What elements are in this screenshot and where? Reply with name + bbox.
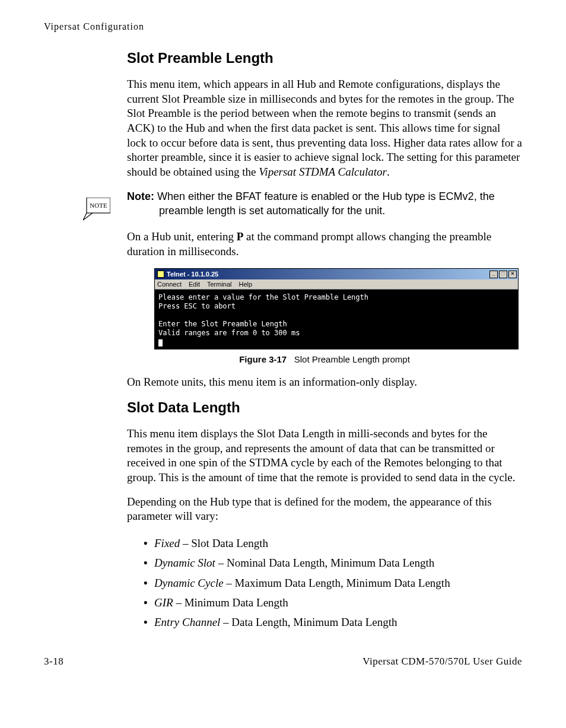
text: .	[387, 166, 390, 178]
list-item-em: Fixed	[154, 537, 180, 549]
figure-caption: Figure 3-17 Slot Preamble Length prompt	[127, 354, 522, 364]
note-body-line1: When either the BFAT feature is enabled …	[157, 190, 495, 202]
list-item: Dynamic Cycle – Maximum Data Length, Min…	[144, 573, 522, 593]
paragraph-preamble-desc: This menu item, which appears in all Hub…	[127, 77, 522, 180]
maximize-button[interactable]: □	[499, 271, 507, 278]
list-item-rest: – Nominal Data Length, Minimum Data Leng…	[215, 557, 434, 569]
figure-text: Slot Preamble Length prompt	[294, 354, 410, 364]
terminal-cursor	[158, 339, 163, 346]
figure-number: Figure 3-17	[239, 354, 287, 364]
note-body-line2: preamble length is set automatically for…	[159, 204, 522, 218]
list-item-em: Entry Channel	[154, 616, 220, 628]
list-item: Fixed – Slot Data Length	[144, 533, 522, 553]
footer-guide-title: Vipersat CDM-570/570L User Guide	[363, 656, 522, 667]
list-item-em: GIR	[154, 596, 173, 609]
note-icon-label: NOTE	[90, 202, 107, 209]
list-item: Dynamic Slot – Nominal Data Length, Mini…	[144, 553, 522, 573]
hub-type-list: Fixed – Slot Data Length Dynamic Slot – …	[144, 533, 522, 632]
window-title: Telnet - 10.1.0.25	[167, 271, 218, 278]
close-button[interactable]: ×	[508, 271, 517, 278]
term-line: Please enter a value for the Slot Preamb…	[158, 293, 368, 301]
list-item: Entry Channel – Data Length, Minimum Dat…	[144, 612, 522, 632]
terminal-body: Please enter a value for the Slot Preamb…	[155, 290, 518, 349]
heading-slot-data-length: Slot Data Length	[127, 399, 522, 416]
note-label: Note:	[127, 190, 154, 202]
paragraph-hub-p: On a Hub unit, entering P at the command…	[127, 230, 522, 259]
text: On a Hub unit, entering	[127, 230, 237, 243]
list-item-rest: – Maximum Data Length, Minimum Data Leng…	[224, 577, 450, 589]
list-item-em: Dynamic Slot	[154, 557, 215, 569]
figure-telnet-window: Telnet - 10.1.0.25 _ □ × Connect Edit Te…	[154, 268, 519, 349]
term-line: Enter the Slot Preamble Length	[158, 320, 287, 328]
menu-terminal[interactable]: Terminal	[207, 281, 232, 288]
text-em: Vipersat STDMA Calculator	[259, 166, 387, 178]
paragraph-hub-type-intro: Depending on the Hub type that is define…	[127, 495, 522, 524]
menu-help[interactable]: Help	[239, 281, 253, 288]
menu-edit[interactable]: Edit	[189, 281, 200, 288]
list-item-em: Dynamic Cycle	[154, 577, 224, 589]
list-item-rest: – Minimum Data Length	[173, 596, 288, 609]
titlebar: Telnet - 10.1.0.25 _ □ ×	[155, 269, 518, 279]
menu-connect[interactable]: Connect	[157, 281, 182, 288]
list-item-rest: – Data Length, Minimum Data Length	[220, 616, 397, 628]
paragraph-remote-info: On Remote units, this menu item is an in…	[127, 375, 522, 390]
list-item-rest: – Slot Data Length	[180, 537, 268, 549]
telnet-app-icon	[157, 271, 164, 278]
text: This menu item, which appears in all Hub…	[127, 78, 522, 178]
heading-slot-preamble-length: Slot Preamble Length	[127, 50, 522, 66]
term-line: Press ESC to abort	[158, 302, 236, 310]
paragraph-data-length-desc: This menu item displays the Slot Data Le…	[127, 427, 522, 485]
minimize-button[interactable]: _	[489, 271, 498, 278]
running-head: Vipersat Configuration	[44, 21, 522, 32]
note-text: Note: When either the BFAT feature is en…	[127, 189, 522, 218]
list-item: GIR – Minimum Data Length	[144, 593, 522, 612]
page-number: 3-18	[44, 656, 63, 667]
note-icon: NOTE	[83, 198, 110, 219]
text-bold: P	[237, 230, 244, 243]
menubar: Connect Edit Terminal Help	[155, 279, 518, 290]
term-line: Valid ranges are from 0 to 300 ms	[158, 329, 300, 337]
